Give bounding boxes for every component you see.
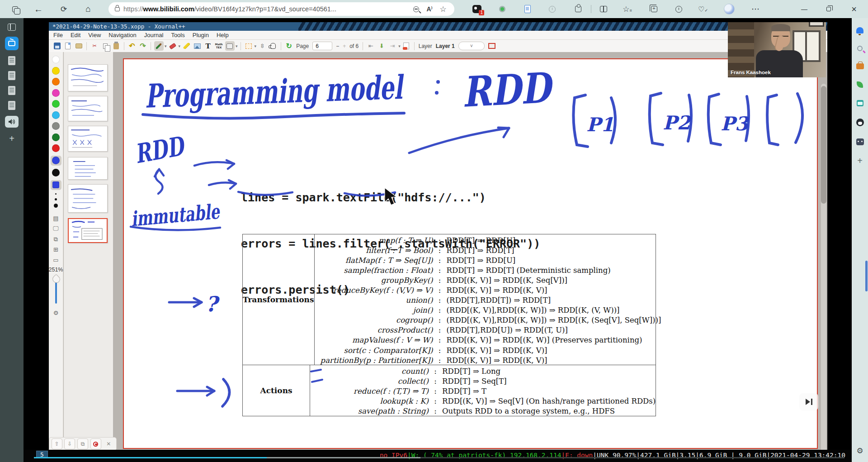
next-annotated-page-button[interactable]: ⬇ (377, 41, 387, 51)
math-tex-button[interactable]: MathTEX (214, 41, 224, 51)
eraser-dropdown-caret[interactable]: ▾ (179, 44, 181, 48)
sidebar-search-icon[interactable] (857, 46, 863, 51)
zoom-fit-icon[interactable]: ▭ (53, 257, 58, 263)
profile-button[interactable] (722, 2, 736, 16)
menu-edit[interactable]: Edit (71, 32, 80, 38)
hand-tool-button[interactable] (269, 41, 278, 51)
redo-button[interactable]: ↷ (138, 41, 148, 51)
page-increment-button[interactable]: + (343, 43, 346, 49)
sidebar-add-button[interactable]: + (857, 157, 863, 164)
page-thumbnail-1[interactable] (68, 64, 108, 91)
canvas-scrollbar-thumb[interactable] (821, 86, 826, 204)
color-swatch-yellow[interactable] (52, 67, 60, 75)
dual-page-icon[interactable]: ▤ (53, 215, 58, 222)
prev-match-button[interactable]: ⇧ (52, 438, 62, 449)
last-page-button[interactable]: ⇥ (388, 41, 397, 51)
color-swatch-black[interactable] (52, 169, 60, 176)
settings-gear-icon[interactable]: ⚙ (53, 310, 59, 316)
sidebar-github-icon[interactable] (856, 119, 864, 126)
tab-audio-playing[interactable] (5, 116, 19, 128)
page-thumbnail-2[interactable] (68, 96, 108, 121)
extensions-menu-button[interactable] (571, 2, 585, 16)
sidebar-chat-bot-icon[interactable] (856, 138, 864, 145)
color-swatch-red[interactable] (52, 144, 60, 152)
sidebar-toggle-icon[interactable] (8, 24, 16, 31)
notes-extension-button[interactable] (521, 2, 534, 16)
sidebar-scrollbar-thumb[interactable] (865, 261, 868, 291)
extension-button[interactable]: 1 (470, 2, 484, 16)
color-swatch-lightblue[interactable] (52, 111, 60, 119)
copy-button[interactable] (101, 41, 110, 51)
mini-player-button[interactable] (799, 393, 818, 410)
page-decrement-button[interactable]: − (336, 43, 339, 49)
home-button[interactable]: ⌂ (81, 2, 95, 16)
close-float-button[interactable]: ✕ (103, 438, 114, 449)
stroke-width-thick[interactable] (54, 204, 58, 208)
read-aloud-button[interactable]: A) (423, 2, 436, 16)
copy-match-button[interactable]: ⧉ (77, 438, 88, 449)
sidebar-settings-gear-icon[interactable]: ⚙ (852, 446, 868, 456)
custom-color-selected[interactable] (51, 180, 61, 190)
refresh-button-browser[interactable]: ⟳ (57, 2, 71, 16)
sidebar-toolbox-icon[interactable] (856, 63, 864, 69)
color-swatch-white[interactable] (52, 56, 60, 63)
split-screen-button[interactable] (597, 2, 610, 16)
page-thumbnail-4[interactable] (68, 157, 108, 180)
new-page-button[interactable] (63, 41, 73, 51)
color-swatch-orange[interactable] (52, 78, 60, 86)
select-dropdown-caret[interactable]: ▾ (255, 44, 257, 48)
next-match-button[interactable]: ⇩ (64, 438, 75, 449)
stroke-width-fine[interactable] (55, 193, 57, 195)
settings-more-button[interactable]: ⋯ (749, 2, 762, 16)
page-number-input[interactable]: 6 (312, 42, 332, 50)
color-swatch-magenta[interactable] (52, 89, 60, 97)
open-button[interactable] (74, 41, 84, 51)
new-tab-button[interactable]: + (9, 133, 14, 144)
undo-button[interactable]: ↶ (127, 41, 137, 51)
history-button[interactable] (672, 2, 685, 16)
menu-view[interactable]: View (88, 32, 101, 38)
first-page-button[interactable]: ⇤ (366, 41, 376, 51)
color-swatch-blue-selected[interactable] (51, 156, 61, 166)
highlighter-tool-button[interactable] (182, 41, 191, 51)
pen-tool-button[interactable] (154, 41, 164, 51)
color-swatch-green[interactable] (52, 100, 60, 108)
record-button[interactable] (90, 438, 101, 449)
color-swatch-darkgreen[interactable] (52, 133, 60, 141)
fullscreen-grid-button[interactable] (487, 41, 496, 51)
tab-document-3[interactable] (8, 86, 15, 95)
page-thumbnail-3[interactable] (68, 126, 108, 152)
address-bar[interactable]: https://www.bilibili.com/video/BV16f4y1z… (108, 2, 454, 16)
color-swatch-gray[interactable] (52, 122, 60, 130)
browser-essentials-button[interactable]: ♡✓ (696, 2, 710, 16)
menu-plugin[interactable]: Plugin (193, 32, 209, 38)
tab-bilibili-active[interactable] (5, 37, 19, 50)
favorites-button[interactable]: ☆≡ (620, 2, 634, 16)
pen-dropdown-caret[interactable]: ▾ (165, 44, 167, 48)
stroke-width-medium[interactable] (55, 198, 57, 200)
tab-document-4[interactable] (8, 101, 15, 110)
page-thumbnail-6-current[interactable] (68, 218, 108, 243)
video-progress-bar[interactable] (34, 457, 844, 458)
restore-button[interactable] (821, 2, 836, 16)
recording-indicator-button[interactable] (495, 2, 509, 16)
text-tool-button[interactable]: T (203, 41, 213, 51)
menu-tools[interactable]: Tools (171, 32, 184, 38)
sidebar-leaf-icon[interactable] (857, 81, 863, 88)
shape-dropdown-caret[interactable]: ▾ (236, 44, 238, 48)
menu-file[interactable]: File (53, 32, 63, 38)
page-thumbnail-5[interactable] (68, 184, 108, 213)
zoom-slider[interactable] (55, 276, 57, 304)
collections-button[interactable] (647, 2, 661, 16)
fit-page-icon[interactable]: ⧉ (54, 236, 58, 243)
nav-dropdown-caret[interactable]: ▾ (398, 44, 401, 48)
image-tool-button[interactable] (193, 41, 202, 51)
tab-document-2[interactable] (8, 71, 15, 80)
favorite-this-page-button[interactable]: ☆ (436, 2, 450, 16)
zoom-out-button[interactable] (409, 2, 423, 16)
menu-help[interactable]: Help (217, 32, 229, 38)
menu-navigation[interactable]: Navigation (108, 32, 136, 38)
tab-document-1[interactable] (8, 56, 15, 65)
eraser-tool-button[interactable] (168, 41, 177, 51)
layer-dropdown[interactable]: ˅ (458, 42, 485, 50)
